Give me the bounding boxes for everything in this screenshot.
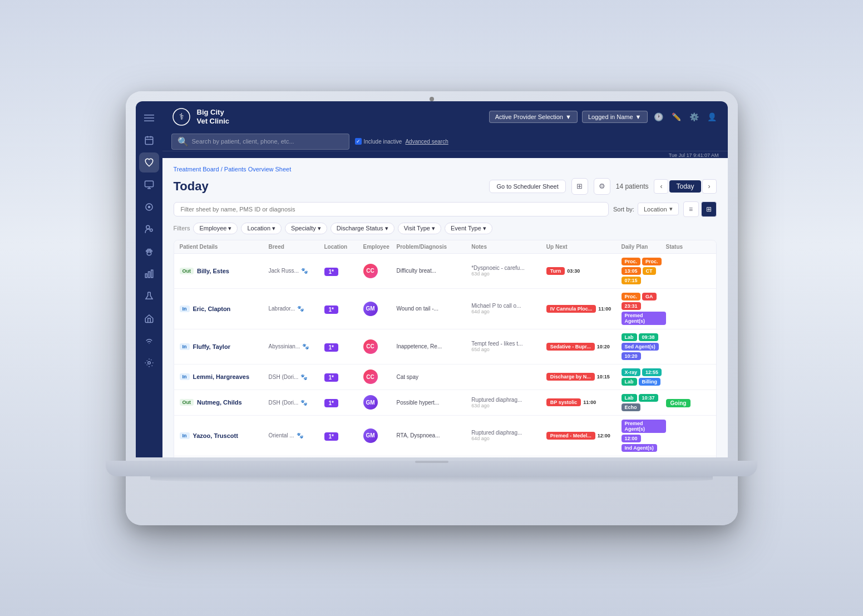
employee-avatar: CC [363,264,378,278]
scheduler-button[interactable]: Go to Scheduler Sheet [489,180,565,193]
sidebar-monitor-icon[interactable] [139,175,159,195]
grid-view-icon[interactable]: ⊞ [571,178,588,195]
clock-icon[interactable]: 🕐 [652,110,665,124]
global-search[interactable]: 🔍 [171,134,349,150]
sidebar-flask-icon[interactable] [139,286,159,306]
search-input[interactable] [192,138,343,145]
top-nav-controls: Active Provider Selection ▼ Logged in Na… [229,110,718,124]
daily-plan-badge: GA [642,293,657,300]
table-row[interactable]: Out Nutmeg, Childs DSH (Dori... 🐾 1* GM … [174,390,716,416]
svg-point-12 [146,225,149,229]
include-inactive-checkbox[interactable]: ✓ [355,138,362,145]
problem-cell: Cat spay [397,374,472,380]
patient-cell: Out Billy, Estes [180,268,269,274]
daily-plan-badge: 12:55 [642,368,662,376]
table-row[interactable]: In Fluffy, Taylor Abyssinian... 🐾 1* CC … [174,329,716,364]
daily-plan-cell: Lab09:38Sed Agent(s)10:20 [622,333,666,360]
sidebar-paw-icon[interactable] [139,242,159,262]
filter-chip-location[interactable]: Location ▾ [241,223,282,234]
advanced-search-link[interactable]: Advanced search [405,139,448,145]
pet-icon: 🐾 [300,374,307,380]
up-next-cell: BP systolic 11:00 [546,398,622,406]
settings-gear-icon[interactable]: ⚙ [594,178,610,195]
sidebar-chart-icon[interactable] [139,264,159,284]
daily-plan-badge: 09:38 [639,333,658,341]
up-next-cell: IV Cannula Ploc... 11:00 [546,305,622,313]
breed-text: Abyssinian... [269,343,300,349]
svg-rect-3 [145,137,153,145]
up-next-label: Discharge by N... [546,373,595,381]
table-row[interactable]: In Eric, Clapton Labrador... 🐾 1* GM Wou… [174,289,716,329]
settings2-icon[interactable]: ⚙️ [688,110,701,124]
today-button[interactable]: Today [669,180,701,193]
up-next-label: IV Cannula Ploc... [546,305,596,313]
daily-plan-cell: Lab10:37Echo [622,394,666,411]
up-next-cell: Sedative - Bupr... 10:20 [546,343,622,351]
daily-plan-badge: X-ray [622,368,641,376]
prev-arrow[interactable]: ‹ [654,179,668,194]
table-row[interactable]: Out Billy, Estes Jack Russ... 🐾 1* CC Di… [174,254,716,289]
nav-arrows: ‹ Today › [654,179,716,194]
employee-avatar: GM [363,428,378,443]
daily-plan-badge: Proc. [622,293,641,300]
problem-cell: Difficulty breat... [397,268,472,274]
include-inactive-toggle[interactable]: ✓ Include inactive [355,138,402,145]
sort-label: Sort by: [613,206,634,213]
patient-name: Fluffy, Taylor [193,343,230,350]
timestamp: Tue Jul 17 9:41:07 AM [669,152,719,158]
col-breed: Breed [269,244,324,250]
top-nav: ⚕ Big City Vet Clinic Active Provider Se… [162,101,728,132]
sidebar-notification-icon[interactable] [139,197,159,217]
sidebar-wifi-icon[interactable] [139,331,159,351]
edit-icon[interactable]: ✏️ [670,110,683,124]
filter-chip-specialty[interactable]: Specialty ▾ [285,223,327,234]
employee-cell: CC [363,339,397,354]
table-row[interactable]: In Yazoo, Truscott Oriental ... 🐾 1* GM … [174,416,716,456]
svg-point-14 [147,252,151,255]
table-row[interactable]: In Lemmi, Hargreaves DSH (Dori... 🐾 1* C… [174,364,716,390]
sidebar-settings-icon[interactable] [139,353,159,373]
employee-avatar: GM [363,395,378,410]
notes-cell: Michael P to call o...64d ago [471,303,546,314]
location-cell: 1* [324,397,363,407]
next-arrow[interactable]: › [702,179,717,194]
pet-icon: 🐾 [297,432,303,438]
pet-icon: 🐾 [300,400,307,406]
breadcrumb-parent[interactable]: Treatment Board [174,166,219,173]
patient-name: Yazoo, Truscott [193,432,238,439]
svg-point-24 [147,361,150,364]
filter-chip-employee[interactable]: Employee ▾ [193,223,238,234]
daily-plan-badge: 12:00 [622,435,641,442]
admission-status-badge: Out [180,268,194,274]
person-icon[interactable]: 👤 [706,110,719,124]
logged-in-dropdown[interactable]: Logged in Name ▼ [582,111,648,123]
filter-chip-discharge-status[interactable]: Discharge Status ▾ [331,223,394,234]
sort-dropdown[interactable]: Location ▾ [638,203,679,215]
sidebar-home-icon[interactable] [139,308,159,328]
admission-status-badge: Out [180,399,194,406]
employee-avatar: GM [363,302,378,316]
sidebar-people-icon[interactable] [139,219,159,239]
filter-chip-visit-type[interactable]: Visit Type ▾ [398,223,441,234]
sidebar-heart-icon[interactable] [139,152,159,173]
sidebar-calendar-icon[interactable] [139,130,159,150]
employee-cell: CC [363,369,397,384]
list-view-btn[interactable]: ≡ [683,201,699,217]
daily-plan-badge: Billing [639,378,661,386]
patient-name: Nutmeg, Childs [197,399,242,406]
svg-point-13 [150,229,152,231]
table-row[interactable]: In Binx, Cosselman Doberman... 🐾 Cardio … [174,456,716,457]
grid-view-btn[interactable]: ⊞ [701,201,717,217]
up-next-cell: Turn 03:30 [546,267,622,275]
daily-plan-badge: Lab [622,333,637,341]
daily-plan-badge: Proc. [642,258,662,265]
up-next-label: Premed - Medel... [546,432,595,440]
breed-cell: Jack Russ... 🐾 [269,268,324,274]
filter-chip-event-type[interactable]: Event Type ▾ [445,223,492,234]
sidebar-menu-icon[interactable] [139,108,159,128]
page-actions: Go to Scheduler Sheet ⊞ ⚙ 14 patients ‹ … [489,178,716,195]
main-content: ⚕ Big City Vet Clinic Active Provider Se… [162,101,728,457]
filter-input[interactable] [174,202,609,216]
view-toggle: ≡ ⊞ [683,201,717,217]
provider-dropdown[interactable]: Active Provider Selection ▼ [489,111,578,123]
